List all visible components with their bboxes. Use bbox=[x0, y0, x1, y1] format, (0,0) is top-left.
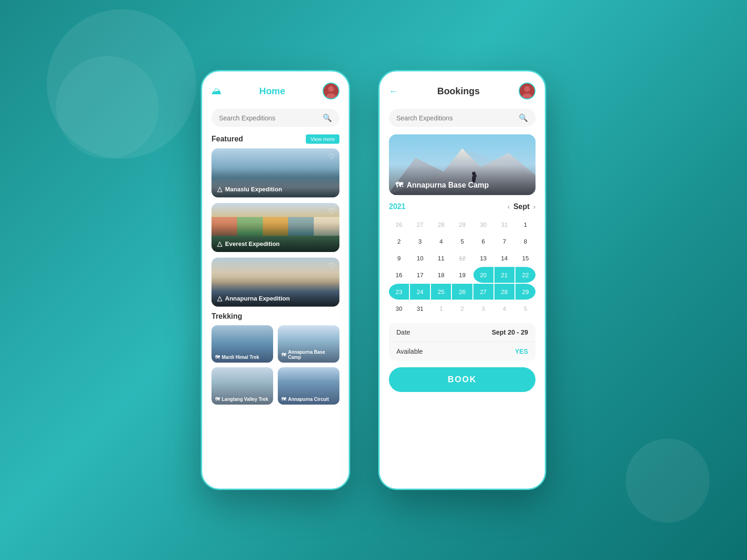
bookings-title: Bookings bbox=[437, 86, 479, 97]
cal-day-range[interactable]: 25 bbox=[431, 284, 451, 300]
calendar-month-nav: ‹ Sept › bbox=[507, 203, 536, 211]
search-input-left[interactable] bbox=[219, 114, 319, 122]
cal-day[interactable]: 1 bbox=[431, 301, 451, 316]
calendar-year: 2021 bbox=[389, 203, 406, 211]
heart-icon-annapurna-exp[interactable]: ♡ bbox=[328, 261, 335, 270]
cal-day[interactable]: 26 bbox=[389, 217, 409, 232]
annapurna-exp-label: △ Annapurna Expedition bbox=[217, 294, 290, 302]
cal-day[interactable]: 10 bbox=[410, 250, 430, 266]
everest-label: △ Everest Expedition bbox=[217, 240, 280, 247]
annapurna-base-card[interactable]: 🗺 Annapurna Base Camp bbox=[278, 325, 339, 363]
bg-decoration-2 bbox=[56, 56, 159, 159]
cal-day[interactable]: 6 bbox=[473, 233, 493, 249]
avatar[interactable] bbox=[323, 83, 339, 99]
cal-day[interactable]: 1 bbox=[515, 217, 536, 232]
book-button[interactable]: BOOK bbox=[389, 367, 536, 392]
mardi-trek-card[interactable]: 🗺 Mardi Himal Trek bbox=[211, 325, 273, 363]
booking-info: Date Sept 20 - 29 Available YES bbox=[389, 323, 536, 361]
cal-day[interactable]: 13 bbox=[473, 250, 493, 266]
manaslu-card[interactable]: ♡ △ Manaslu Expedition bbox=[211, 148, 339, 197]
circuit-card[interactable]: 🗺 Annapurna Circuit bbox=[278, 367, 339, 405]
cal-week-3: 9 10 11 12 13 14 15 bbox=[389, 250, 536, 266]
left-header: ⛰ Home bbox=[202, 71, 349, 105]
map-icon-mardi: 🗺 bbox=[215, 355, 220, 360]
cal-day[interactable]: 2 bbox=[452, 301, 472, 316]
circuit-label: 🗺 Annapurna Circuit bbox=[282, 397, 329, 402]
right-phone: ← Bookings 🔍 bbox=[378, 70, 546, 490]
chevron-right-icon[interactable]: › bbox=[533, 203, 536, 210]
search-icon-left: 🔍 bbox=[323, 113, 332, 122]
cal-day-range[interactable]: 21 bbox=[494, 267, 514, 283]
cal-day[interactable]: 28 bbox=[431, 217, 451, 232]
search-icon-right: 🔍 bbox=[519, 113, 528, 122]
bg-decoration-3 bbox=[626, 439, 710, 523]
cal-day[interactable]: 4 bbox=[431, 233, 451, 249]
cal-day[interactable]: 29 bbox=[452, 217, 472, 232]
manaslu-label: △ Manaslu Expedition bbox=[217, 185, 282, 193]
cal-day[interactable]: 30 bbox=[389, 301, 409, 316]
calendar-section: 2021 ‹ Sept › 26 27 28 29 30 31 1 2 3 bbox=[380, 203, 545, 316]
cal-day[interactable]: 11 bbox=[431, 250, 451, 266]
mountain-icon-everest: △ bbox=[217, 240, 222, 247]
cal-day-range-end[interactable]: 29 bbox=[515, 284, 536, 300]
svg-point-5 bbox=[524, 86, 530, 91]
cal-day-range[interactable]: 27 bbox=[473, 284, 493, 300]
cal-day[interactable]: 2 bbox=[389, 233, 409, 249]
cal-day[interactable]: 5 bbox=[515, 301, 536, 316]
cal-day[interactable]: 17 bbox=[410, 267, 430, 283]
cal-day[interactable]: 8 bbox=[515, 233, 536, 249]
map-icon-hero: 🗺 bbox=[395, 181, 403, 189]
back-arrow-icon[interactable]: ← bbox=[389, 86, 398, 97]
cal-day[interactable]: 18 bbox=[431, 267, 451, 283]
cal-day-range[interactable]: 22 bbox=[515, 267, 536, 283]
cal-day-range[interactable]: 28 bbox=[494, 284, 514, 300]
heart-icon-everest[interactable]: ♡ bbox=[328, 207, 335, 216]
mountain-icon-manaslu: △ bbox=[217, 185, 222, 193]
cal-day[interactable]: 12 bbox=[452, 250, 472, 266]
chevron-left-icon[interactable]: ‹ bbox=[507, 203, 510, 210]
cal-day-range-start[interactable]: 20 bbox=[473, 267, 493, 283]
calendar-month: Sept bbox=[514, 203, 530, 211]
cal-week-5: 23 24 25 26 27 28 29 bbox=[389, 284, 536, 300]
heart-icon-manaslu[interactable]: ♡ bbox=[328, 152, 335, 161]
cal-day[interactable]: 4 bbox=[494, 301, 514, 316]
cal-day[interactable]: 3 bbox=[473, 301, 493, 316]
cal-day[interactable]: 3 bbox=[410, 233, 430, 249]
cal-week-1: 26 27 28 29 30 31 1 bbox=[389, 217, 536, 232]
date-label: Date bbox=[396, 329, 410, 336]
available-row: Available YES bbox=[389, 342, 536, 361]
langtang-card[interactable]: 🗺 Langtang Valley Trek bbox=[211, 367, 273, 405]
search-bar-left[interactable]: 🔍 bbox=[211, 109, 339, 127]
cal-day[interactable]: 5 bbox=[452, 233, 472, 249]
mardi-label: 🗺 Mardi Himal Trek bbox=[215, 355, 259, 360]
cal-day-range[interactable]: 23 bbox=[389, 284, 409, 300]
cal-week-4: 16 17 18 19 20 21 22 bbox=[389, 267, 536, 283]
available-label: Available bbox=[396, 348, 423, 355]
trekking-section-header: Trekking bbox=[202, 312, 349, 325]
cal-day[interactable]: 19 bbox=[452, 267, 472, 283]
map-icon-langtang: 🗺 bbox=[215, 397, 220, 402]
view-more-button[interactable]: View more bbox=[306, 134, 339, 144]
map-icon-annapurna-base: 🗺 bbox=[282, 352, 286, 357]
search-input-right[interactable] bbox=[396, 114, 515, 122]
svg-point-1 bbox=[328, 86, 334, 91]
avatar-right[interactable] bbox=[519, 83, 536, 99]
everest-card[interactable]: ♡ △ Everest Expedition bbox=[211, 203, 339, 252]
cal-day[interactable]: 7 bbox=[494, 233, 514, 249]
cal-day[interactable]: 9 bbox=[389, 250, 409, 266]
cal-day-range[interactable]: 26 bbox=[452, 284, 472, 300]
cal-day[interactable]: 14 bbox=[494, 250, 514, 266]
cal-day[interactable]: 16 bbox=[389, 267, 409, 283]
cal-day-range[interactable]: 24 bbox=[410, 284, 430, 300]
cal-day[interactable]: 30 bbox=[473, 217, 493, 232]
search-bar-right[interactable]: 🔍 bbox=[389, 109, 536, 127]
home-mountain-icon: ⛰ bbox=[211, 85, 222, 97]
cal-day[interactable]: 15 bbox=[515, 250, 536, 266]
cal-day[interactable]: 27 bbox=[410, 217, 430, 232]
cal-day[interactable]: 31 bbox=[494, 217, 514, 232]
mountain-icon-annapurna-exp: △ bbox=[217, 294, 222, 302]
hero-card[interactable]: 🗺 Annapurna Base Camp bbox=[389, 134, 536, 195]
annapurna-exp-card[interactable]: ♡ △ Annapurna Expedition bbox=[211, 258, 339, 307]
left-phone: ⛰ Home 🔍 Featured View more ♡ bbox=[201, 70, 350, 490]
cal-day[interactable]: 31 bbox=[410, 301, 430, 316]
